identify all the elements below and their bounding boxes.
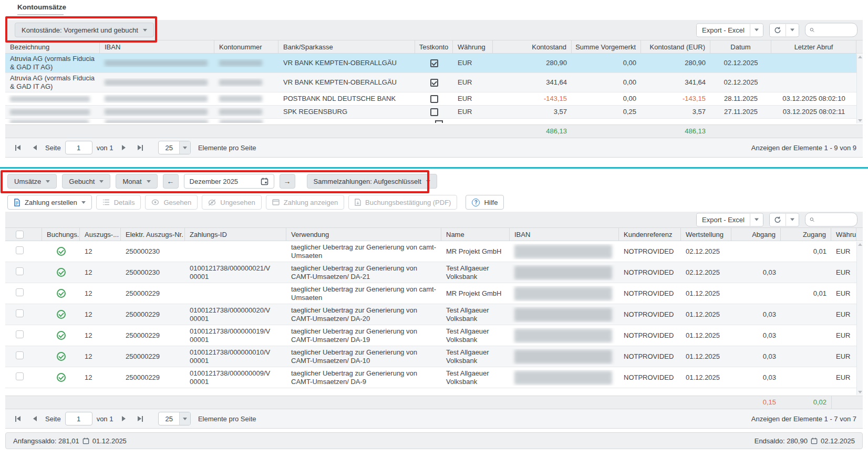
previous-period-button[interactable]: ← bbox=[163, 174, 179, 189]
transaction-row[interactable]: 12 250000229 0100121738/000000009/V00001… bbox=[5, 367, 856, 388]
next-page-button[interactable] bbox=[117, 141, 130, 154]
col-header-zugang[interactable]: Zugang bbox=[781, 228, 831, 241]
transaction-row[interactable]: 12 250000229 0100121738/000000020/V00001… bbox=[5, 304, 856, 325]
col-header-buchungs[interactable]: Buchungs... bbox=[42, 228, 80, 241]
col-header-wertstellung[interactable]: Wertstellung bbox=[681, 228, 731, 241]
refresh-button[interactable] bbox=[770, 24, 786, 36]
transaction-row[interactable]: 12 250000229 0100121738/000000010/V00001… bbox=[5, 346, 856, 367]
col-header-kontostand-eur[interactable]: Kontostand (EUR) bbox=[641, 40, 710, 53]
gesehen-button[interactable]: Gesehen bbox=[145, 195, 198, 210]
umsaetze-dropdown[interactable]: Umsätze bbox=[7, 174, 57, 189]
scroll-up-icon[interactable] bbox=[858, 243, 862, 246]
transactions-search-input[interactable] bbox=[817, 215, 853, 224]
col-header-testkonto[interactable]: Testkonto bbox=[415, 40, 453, 53]
col-header-summe-vorgemerkt[interactable]: Summe Vorgemerkt bbox=[572, 40, 641, 53]
col-header-iban[interactable]: IBAN bbox=[100, 40, 214, 53]
account-row[interactable]: SPK REGENSBURG EUR 3,57 0,25 3,57 27.11.… bbox=[5, 106, 856, 119]
transaction-row[interactable]: 12 250000230 0100121738/000000021/V00001… bbox=[5, 262, 856, 283]
select-all-checkbox[interactable] bbox=[16, 231, 24, 238]
col-header-waehrung[interactable]: Währung bbox=[453, 40, 493, 53]
row-checkbox[interactable] bbox=[16, 309, 24, 317]
col-header-abgang[interactable]: Abgang bbox=[731, 228, 781, 241]
cell-zugang bbox=[781, 314, 831, 316]
kontostaende-view-dropdown[interactable]: Kontostände: Vorgemerkt und gebucht bbox=[15, 23, 154, 37]
calendar-icon[interactable] bbox=[261, 178, 268, 185]
ungesehen-button[interactable]: Ungesehen bbox=[202, 195, 262, 210]
export-excel-button[interactable]: Export - Excel bbox=[697, 24, 750, 36]
col-header-datum[interactable]: Datum bbox=[710, 40, 771, 53]
col-header-bezeichnung[interactable]: Bezeichnung bbox=[5, 40, 100, 53]
col-header-bank[interactable]: Bank/Sparkasse bbox=[278, 40, 415, 53]
cell-datum: 02.12.2025 bbox=[710, 58, 771, 68]
zahlung-anzeigen-button[interactable]: Zahlung anzeigen bbox=[266, 195, 344, 210]
account-row[interactable]: POSTBANK NDL DEUTSCHE BANK EUR -143,15 0… bbox=[5, 92, 856, 106]
col-header-waehrung[interactable]: Währung bbox=[831, 228, 856, 241]
booked-check-icon bbox=[57, 268, 66, 277]
buchungsbestaetigung-pdf-button[interactable]: Buchungsbestätigung (PDF) bbox=[348, 195, 457, 210]
transactions-summary-row: 0,15 0,02 bbox=[5, 396, 863, 409]
next-period-button[interactable]: → bbox=[280, 174, 295, 189]
transaction-row[interactable]: 12 250000229 0100121738/000000019/V00001… bbox=[5, 325, 856, 346]
page-number-input[interactable] bbox=[65, 412, 92, 425]
monat-dropdown[interactable]: Monat bbox=[116, 174, 157, 189]
col-header-zahlungs-id[interactable]: Zahlungs-ID bbox=[185, 228, 286, 241]
testkonto-checkbox[interactable] bbox=[430, 59, 438, 67]
col-header-kontostand[interactable]: Kontostand bbox=[493, 40, 572, 53]
row-checkbox[interactable] bbox=[16, 246, 24, 254]
next-page-button[interactable] bbox=[117, 412, 130, 425]
first-page-button[interactable] bbox=[12, 141, 24, 154]
col-header-kontonummer[interactable]: Kontonummer bbox=[214, 40, 278, 53]
details-button[interactable]: Details bbox=[96, 195, 141, 210]
col-header-auszugs[interactable]: Auszugs-... bbox=[80, 228, 121, 241]
transactions-vertical-scrollbar[interactable] bbox=[856, 242, 863, 395]
hilfe-button[interactable]: ? Hilfe bbox=[466, 195, 504, 210]
first-page-button[interactable] bbox=[12, 412, 24, 425]
transaction-row[interactable]: 12 250000230 taeglicher Uebertrag zur Ge… bbox=[5, 241, 856, 262]
account-row[interactable]: Atruvia AG (vormals Fiducia & GAD IT AG)… bbox=[5, 54, 856, 73]
export-excel-button[interactable]: Export - Excel bbox=[697, 213, 750, 226]
last-page-button[interactable] bbox=[134, 141, 147, 154]
row-checkbox[interactable] bbox=[16, 351, 24, 359]
row-checkbox[interactable] bbox=[16, 330, 24, 338]
col-header-name[interactable]: Name bbox=[441, 228, 510, 241]
refresh-button[interactable] bbox=[770, 213, 786, 226]
export-menu-button[interactable] bbox=[750, 213, 763, 226]
previous-page-button[interactable] bbox=[28, 412, 41, 425]
zahlung-anzeigen-label: Zahlung anzeigen bbox=[284, 199, 338, 206]
gebucht-dropdown[interactable]: Gebucht bbox=[62, 174, 110, 189]
cell-zahlungs-id bbox=[185, 251, 286, 253]
last-page-button[interactable] bbox=[134, 412, 147, 425]
cell-waehrung: EUR bbox=[831, 351, 856, 362]
accounts-vertical-scrollbar[interactable] bbox=[856, 54, 863, 123]
period-date-field[interactable]: Dezember 2025 bbox=[184, 174, 274, 189]
transaction-row[interactable]: 12 250000229 taeglicher Uebertrag zur Ge… bbox=[5, 283, 856, 304]
col-header-verwendung[interactable]: Verwendung bbox=[286, 228, 441, 241]
row-checkbox[interactable] bbox=[16, 288, 24, 296]
cell-verwendung: taeglicher Uebertrag zur Generierung von… bbox=[286, 368, 441, 387]
zahlung-erstellen-button[interactable]: Zahlung erstellen bbox=[7, 195, 92, 210]
page-number-input[interactable] bbox=[65, 141, 92, 154]
refresh-menu-button[interactable] bbox=[786, 213, 799, 226]
row-checkbox[interactable] bbox=[16, 267, 24, 275]
col-header-iban[interactable]: IBAN bbox=[510, 228, 619, 241]
col-header-kundenreferenz[interactable]: Kundenreferenz bbox=[619, 228, 681, 241]
scroll-down-icon[interactable] bbox=[858, 119, 862, 122]
testkonto-checkbox[interactable] bbox=[430, 95, 438, 103]
account-row[interactable]: Atruvia AG (vormals Fiducia & GAD IT AG)… bbox=[5, 73, 856, 92]
sammelzahlungen-label: Sammelzahlungen: Aufgeschlüsselt bbox=[314, 178, 421, 185]
col-header-elektr-auszugs-nr[interactable]: Elektr. Auszugs-Nr. bbox=[121, 228, 185, 241]
testkonto-checkbox[interactable] bbox=[430, 79, 438, 87]
page-size-dropdown[interactable]: 25 bbox=[158, 141, 190, 154]
previous-page-button[interactable] bbox=[28, 141, 41, 154]
col-header-letzter-abruf[interactable]: Letzter Abruf bbox=[771, 40, 856, 53]
row-checkbox[interactable] bbox=[16, 372, 24, 380]
export-menu-button[interactable] bbox=[750, 24, 763, 36]
accounts-search-input[interactable] bbox=[817, 26, 853, 35]
sammelzahlungen-dropdown[interactable]: Sammelzahlungen: Aufgeschlüsselt bbox=[307, 174, 437, 189]
refresh-menu-button[interactable] bbox=[786, 24, 799, 36]
testkonto-checkbox[interactable] bbox=[430, 108, 438, 116]
page-size-dropdown[interactable]: 25 bbox=[158, 412, 190, 425]
scroll-down-icon[interactable] bbox=[858, 391, 862, 393]
accounts-table-header: Bezeichnung IBAN Kontonummer Bank/Sparka… bbox=[5, 40, 863, 54]
scroll-up-icon[interactable] bbox=[858, 56, 862, 58]
